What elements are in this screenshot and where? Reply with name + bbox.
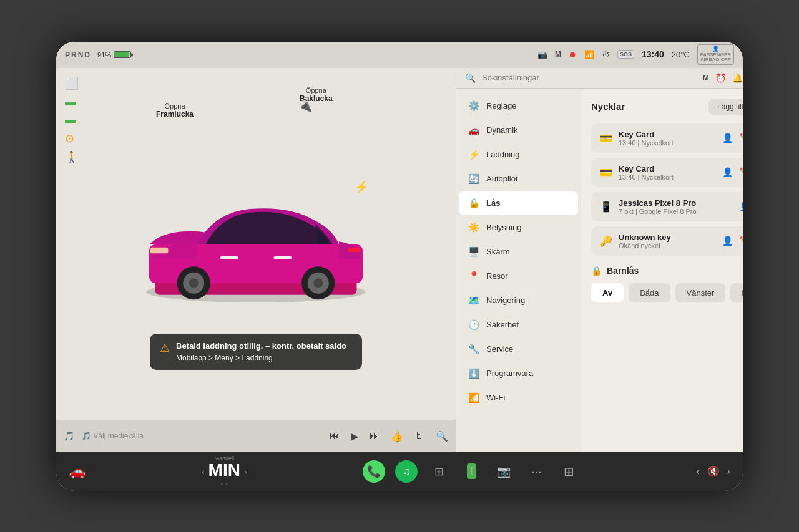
key-sub-key3: 7 okt | Google Pixel 8 Pro [619,208,733,215]
spotify-app-button[interactable]: ♫ [395,460,418,483]
grid-icon: ⊞ [434,465,444,478]
volume-icon[interactable]: 🔇 [707,465,720,477]
text-icon: T [467,463,476,479]
key-add-btn-key1[interactable]: 👤 [722,133,733,143]
menu-label-autopilot: Autopilot [486,174,518,183]
search-icon: 🔍 [465,73,476,83]
menu-item-sakerhet[interactable]: 🕐 Säkerhet [459,313,578,337]
like-button[interactable]: 👍 [391,430,403,442]
menu-icon-wifi: 📶 [468,392,480,404]
menu-icon-dynamik: 🚗 [468,125,480,136]
key-name-key3: Jessicas Pixel 8 Pro [619,198,733,208]
grid-app-button[interactable]: ⊞ [428,460,450,483]
menu-item-skarm[interactable]: 🖥️ Skärm [459,240,578,264]
menu-item-service[interactable]: 🔧 Service [459,337,578,361]
menu-item-reglage[interactable]: ⚙️ Reglage [459,94,578,118]
gear-arrow-right[interactable]: › [244,467,247,476]
prev-button[interactable]: ⏮ [330,430,340,442]
menu-icon-service: 🔧 [468,344,480,355]
media-app-icon: ⊞ [564,464,574,479]
sos-badge: SOS [617,50,634,59]
gear-display: Manuell MIN ◦ ◦ [208,455,240,487]
top-icons: M ⏰ 🔔 🔷 📶 [703,73,743,83]
right-panel: 🔍 M ⏰ 🔔 🔷 📶 ⚙️ Reglage 🚗 [456,68,743,452]
taskbar-right: ‹ 🔇 › [696,465,730,477]
equalizer-button[interactable]: 🎚 [414,430,424,442]
barnlas-av-button[interactable]: Av [591,283,624,302]
settings-detail: Nycklar Lägg till nyckel 💳 Key Card 13:4… [581,89,743,452]
key-card-key1: 💳 Key Card 13:40 | Nyckelkort 👤 ✏️ 🗑️ [591,123,743,153]
key-edit-btn-key1[interactable]: ✏️ [739,133,743,143]
car-svg [137,181,375,331]
media-bar: 🎵 🎵 Välj mediekälla ⏮ ▶ ⏭ 👍 🎚 🔍 [56,420,456,452]
media-source-label[interactable]: 🎵 Välj mediekälla [82,432,322,440]
key-actions-key2: 👤 ✏️ 🗑️ [722,167,743,177]
menu-item-laddning[interactable]: ⚡ Laddning [459,143,578,167]
screen: PRND 91% 📷 M ⏺ 📶 ⏱ SOS 13:40 20°C 👤 [56,42,743,491]
media-app-button[interactable]: ⊞ [557,460,580,483]
gear-arrow-left[interactable]: ‹ [202,467,205,476]
menu-item-resor[interactable]: 📍 Resor [459,264,578,288]
profile-initial: M [555,50,561,59]
barnlas-options: AvBådaVänsterHöger [591,283,743,302]
status-bar: PRND 91% 📷 M ⏺ 📶 ⏱ SOS 13:40 20°C 👤 [56,42,743,68]
battery-bar [114,51,131,58]
menu-label-programvara: Programvara [486,369,533,378]
nav-left-button[interactable]: ‹ [696,466,699,477]
key-edit-btn-key2[interactable]: ✏️ [739,167,743,177]
car-icon-button[interactable]: 🚗 [69,463,86,480]
menu-icon-resor: 📍 [468,271,480,282]
phone-app-button[interactable]: 📞 [363,460,385,483]
nav-right-button[interactable]: › [727,466,730,477]
key-actions-key3: 👤 🗑️ [739,201,743,211]
add-key-button[interactable]: Lägg till nyckel [708,99,743,115]
menu-label-wifi: Wi-Fi [486,393,505,402]
car-container: 🔌 ⚡ [56,68,456,420]
svg-rect-12 [150,247,169,253]
key-add-btn-key4[interactable]: 👤 [722,236,733,246]
menu-item-las[interactable]: 🔒 Lås [459,191,578,215]
menu-item-navigering[interactable]: 🗺️ Navigering [459,289,578,312]
menu-label-reglage: Reglage [486,101,516,110]
key-add-btn-key2[interactable]: 👤 [722,167,733,177]
warning-main-text: Betald laddning otilllg. – kontr. obetal… [176,341,346,351]
phone-icon: 📞 [367,465,381,478]
play-button[interactable]: ▶ [351,430,358,442]
menu-item-dynamik[interactable]: 🚗 Dynamik [459,118,578,142]
gear-value: MIN [208,462,240,479]
menu-label-sakerhet: Säkerhet [486,320,519,329]
menu-icon-reglage: ⚙️ [468,100,480,112]
key-add-btn-key3[interactable]: 👤 [739,201,743,211]
search-input[interactable] [482,73,697,82]
key-sub-key4: Okänd nyckel [619,242,716,249]
battery-fill [114,52,129,57]
menu-label-dynamik: Dynamik [486,125,518,135]
status-left: PRND 91% [65,51,131,59]
menu-item-belysning[interactable]: ☀️ Belysning [459,216,578,239]
taskbar: 🚗 ‹ Manuell MIN ◦ ◦ › 📞 [56,452,743,491]
key-icon-key1: 💳 [600,132,612,144]
menu-label-las: Lås [486,198,500,208]
menu-label-service: Service [486,344,513,354]
battery-info: 91% [97,51,131,59]
menu-item-autopilot[interactable]: 🔄 Autopilot [459,167,578,191]
settings-content: ⚙️ Reglage 🚗 Dynamik ⚡ Laddning 🔄 Autopi… [456,89,743,452]
barnlas-bada-button[interactable]: Båda [629,283,670,302]
barnlas-hoger-button[interactable]: Höger [730,283,743,302]
menu-label-belysning: Belysning [486,223,521,232]
key-info-key1: Key Card 13:40 | Nyckelkort [619,130,716,147]
camera-app-button[interactable]: 📷 [493,460,515,483]
more-apps-button[interactable]: ··· [525,460,547,483]
record-icon: ⏺ [569,50,577,59]
key-name-key2: Key Card [619,164,716,173]
text-app-button[interactable]: T [460,460,483,483]
passenger-airbag-text: PASSENGERAIRBAG OFF [700,52,731,64]
barnlas-header: 🔒 Barnlås [591,266,743,276]
menu-item-programvara[interactable]: ⬇️ Programvara [459,362,578,385]
menu-item-wifi[interactable]: 📶 Wi-Fi [459,386,578,410]
key-edit-btn-key4[interactable]: ✏️ [739,236,743,246]
next-button[interactable]: ⏭ [370,430,380,442]
search-media-button[interactable]: 🔍 [436,430,448,442]
barnlas-vanster-button[interactable]: Vänster [675,283,726,302]
clock-icon: ⏱ [602,50,610,59]
